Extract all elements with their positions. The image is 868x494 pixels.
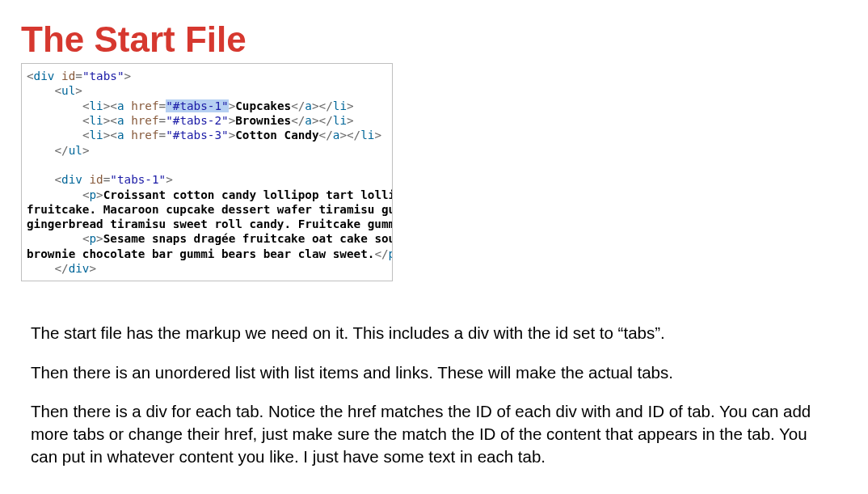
code-value-tabs2: "#tabs-2" bbox=[166, 114, 228, 127]
code-text-brownies: Brownies bbox=[235, 114, 291, 127]
code-value-tabs3: "#tabs-3" bbox=[166, 129, 228, 141]
code-attr-href: href bbox=[131, 99, 158, 112]
document-page: The Start File <div id="tabs"> <ul> <li>… bbox=[0, 0, 868, 469]
code-para1-l3: gingerbread tiramisu sweet roll candy. F… bbox=[27, 217, 393, 230]
code-sample-box: <div id="tabs"> <ul> <li><a href="#tabs-… bbox=[21, 63, 393, 281]
code-attr-id: id bbox=[61, 70, 75, 82]
code-tag-div: div bbox=[34, 70, 55, 82]
code-close-div2: div bbox=[69, 262, 90, 275]
code-para1-l2: fruitcake. Macaroon cupcake dessert wafe… bbox=[27, 203, 393, 216]
code-tag-a: a bbox=[117, 99, 124, 112]
code-text-cupcakes: Cupcakes bbox=[235, 99, 291, 112]
body-paragraph-2: Then there is an unordered list with lis… bbox=[31, 361, 820, 384]
code-para2-l2: brownie chocolate bar gummi bears bear c… bbox=[27, 247, 374, 260]
body-paragraph-3: Then there is a div for each tab. Notice… bbox=[31, 400, 820, 469]
code-value-tabs1b: "tabs-1" bbox=[110, 173, 166, 186]
code-tag-li: li bbox=[89, 99, 103, 112]
code-value-tabs: "tabs" bbox=[82, 70, 124, 82]
code-tag-div2: div bbox=[61, 173, 82, 186]
code-text-cotton: Cotton Candy bbox=[235, 129, 318, 141]
code-tag-ul: ul bbox=[61, 84, 75, 97]
code-para2-l1: Sesame snaps dragée fruitcake oat cake s… bbox=[103, 232, 393, 245]
body-paragraph-1: The start file has the markup we need on… bbox=[31, 322, 820, 344]
page-title: The Start File bbox=[21, 21, 844, 58]
article-body: The start file has the markup we need on… bbox=[21, 322, 844, 468]
code-para1-l1: Croissant cotton candy lollipop tart lol… bbox=[103, 188, 393, 201]
code-value-tabs1: "#tabs-1" bbox=[166, 99, 228, 112]
